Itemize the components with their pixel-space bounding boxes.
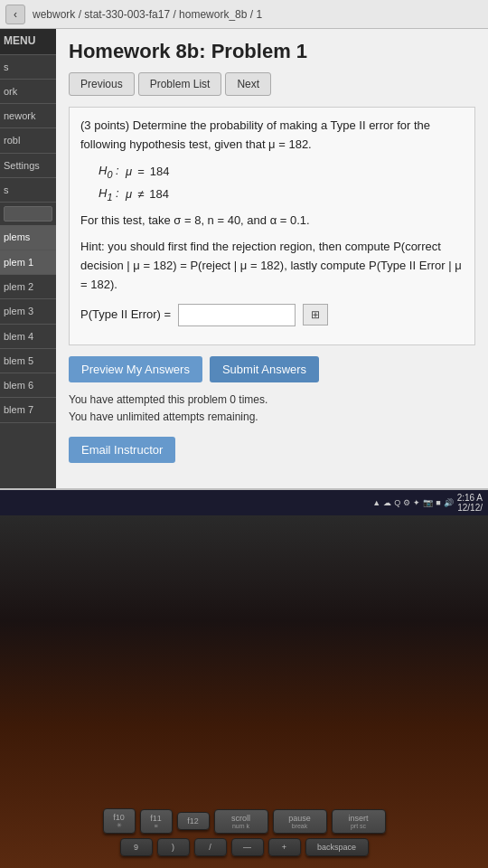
h1-neq: ≠ — [137, 185, 144, 204]
h0-val: 184 — [150, 163, 170, 182]
key-numk-label: num k — [221, 823, 262, 829]
attempt-info: You have attempted this problem 0 times.… — [69, 392, 475, 426]
sidebar: MENU s ork nework robl Settings s plems … — [0, 29, 56, 488]
sidebar-item-blem5[interactable]: blem 5 — [0, 349, 56, 373]
key-minus[interactable]: — — [231, 838, 264, 856]
key-slash[interactable]: / — [194, 838, 227, 856]
key-f12-label: f12 — [187, 816, 199, 826]
system-icons: ▲ ☁ Q ⚙ ✦ 📷 ■ 🔊 — [372, 498, 453, 507]
key-pause-label: pause — [288, 814, 311, 823]
answer-input[interactable] — [178, 304, 296, 326]
date-display: 12/12/ — [457, 503, 483, 513]
back-button[interactable]: ‹ — [5, 5, 25, 24]
email-instructor-button[interactable]: Email Instructor — [69, 437, 175, 463]
key-insert-label: insert — [348, 814, 368, 823]
preview-answers-button[interactable]: Preview My Answers — [69, 356, 202, 382]
key-f10[interactable]: f10 ✳ — [103, 808, 136, 834]
hypothesis-block: H0 : μ = 184 H1 : μ ≠ 184 — [99, 162, 464, 205]
taskbar-icon-8: 🔊 — [444, 498, 454, 507]
sidebar-item-settings[interactable]: Settings — [0, 154, 56, 178]
key-prtsc-label: prt sc — [338, 823, 380, 829]
sidebar-item-plem1[interactable]: plem 1 — [0, 250, 56, 275]
h1-val: 184 — [149, 185, 169, 204]
h1-line: H1 : μ ≠ 184 — [99, 184, 464, 205]
sidebar-search-input[interactable] — [4, 206, 52, 222]
key-plus[interactable]: + — [268, 838, 301, 856]
answer-row: P(Type II Error) = ⊞ — [80, 304, 464, 326]
keyboard-area: f10 ✳ f11 ≡ f12 scroll num k pause break… — [0, 515, 488, 868]
action-buttons: Preview My Answers Submit Answers — [69, 356, 475, 382]
key-paren[interactable]: ) — [157, 838, 190, 856]
taskbar-icon-3: Q — [394, 498, 400, 507]
sidebar-item-blem4[interactable]: blem 4 — [0, 325, 56, 349]
key-backspace[interactable]: backspace — [305, 838, 369, 856]
key-f11-label: f11 — [150, 814, 162, 823]
back-icon: ‹ — [14, 8, 17, 21]
sidebar-item-s2[interactable]: s — [0, 178, 56, 203]
taskbar: ▲ ☁ Q ⚙ ✦ 📷 ■ 🔊 2:16 A 12/12/ — [0, 490, 488, 515]
next-button[interactable]: Next — [225, 72, 271, 96]
h0-eq: = — [137, 163, 145, 182]
main-layout: MENU s ork nework robl Settings s plems … — [0, 29, 488, 488]
key-f12[interactable]: f12 — [177, 812, 210, 830]
h0-label: H0 : — [99, 162, 120, 183]
sidebar-search — [0, 203, 56, 225]
problem-description: (3 points) Determine the probability of … — [80, 117, 464, 155]
attempt-line2: You have unlimited attempts remaining. — [69, 409, 475, 426]
test-params: For this test, take σ = 8, n = 40, and α… — [80, 212, 464, 231]
answer-label: P(Type II Error) = — [80, 306, 171, 325]
problem-box: (3 points) Determine the probability of … — [69, 107, 475, 345]
page-title: Homework 8b: Problem 1 — [69, 40, 475, 63]
taskbar-icon-6: 📷 — [423, 498, 433, 507]
key-f10-icon: ✳ — [109, 822, 129, 829]
keyboard-row-num: 9 ) / — + backspace — [120, 838, 369, 856]
key-pause[interactable]: pause break — [273, 809, 327, 834]
taskbar-icon-1: ▲ — [372, 498, 380, 507]
key-break-label: break — [279, 823, 321, 829]
h1-label: H1 : — [99, 184, 120, 205]
time-display: 2:16 A — [457, 493, 483, 503]
h0-line: H0 : μ = 184 — [99, 162, 464, 183]
calculator-icon[interactable]: ⊞ — [303, 304, 328, 326]
breadcrumb: webwork / stat-330-003-fa17 / homework_8… — [33, 8, 262, 21]
keyboard-row-fn: f10 ✳ f11 ≡ f12 scroll num k pause break… — [103, 808, 386, 834]
submit-answers-button[interactable]: Submit Answers — [210, 356, 319, 382]
sidebar-menu-label[interactable]: MENU — [0, 29, 56, 55]
key-9[interactable]: 9 — [120, 838, 153, 856]
sidebar-item-ork[interactable]: ork — [0, 80, 56, 104]
previous-button[interactable]: Previous — [69, 72, 135, 96]
top-bar: ‹ webwork / stat-330-003-fa17 / homework… — [0, 0, 488, 29]
key-scroll[interactable]: scroll num k — [214, 809, 268, 834]
key-insert[interactable]: insert prt sc — [332, 809, 386, 834]
sidebar-item-plems[interactable]: plems — [0, 225, 56, 250]
sidebar-item-blem6[interactable]: blem 6 — [0, 373, 56, 398]
h0-var: μ — [126, 163, 132, 182]
key-f11[interactable]: f11 ≡ — [140, 809, 173, 834]
key-f11-icon: ≡ — [146, 823, 166, 829]
taskbar-icon-5: ✦ — [413, 498, 420, 507]
sidebar-item-nework[interactable]: nework — [0, 104, 56, 128]
taskbar-icon-7: ■ — [436, 498, 440, 507]
taskbar-icon-2: ☁ — [383, 498, 391, 507]
problem-list-button[interactable]: Problem List — [138, 72, 222, 96]
key-9-label: 9 — [134, 843, 138, 852]
taskbar-time: 2:16 A 12/12/ — [457, 493, 483, 513]
key-paren-label: ) — [172, 843, 174, 852]
sidebar-item-plem3[interactable]: plem 3 — [0, 299, 56, 324]
key-f10-label: f10 — [113, 813, 125, 822]
hint-text: Hint: you should first find the rejectio… — [80, 238, 464, 294]
attempt-line1: You have attempted this problem 0 times. — [69, 392, 475, 409]
sidebar-item-plem2[interactable]: plem 2 — [0, 275, 56, 299]
sidebar-item-s[interactable]: s — [0, 55, 56, 80]
key-scroll-label: scroll — [231, 814, 250, 823]
main-content: Homework 8b: Problem 1 Previous Problem … — [56, 29, 488, 488]
h1-var: μ — [126, 185, 132, 204]
taskbar-icon-4: ⚙ — [403, 498, 410, 507]
key-plus-label: + — [282, 843, 286, 852]
sidebar-item-blem7[interactable]: blem 7 — [0, 398, 56, 422]
nav-buttons: Previous Problem List Next — [69, 72, 475, 96]
key-minus-label: — — [243, 843, 251, 852]
key-backspace-label: backspace — [317, 843, 356, 852]
key-slash-label: / — [209, 843, 211, 852]
sidebar-item-robl[interactable]: robl — [0, 128, 56, 153]
